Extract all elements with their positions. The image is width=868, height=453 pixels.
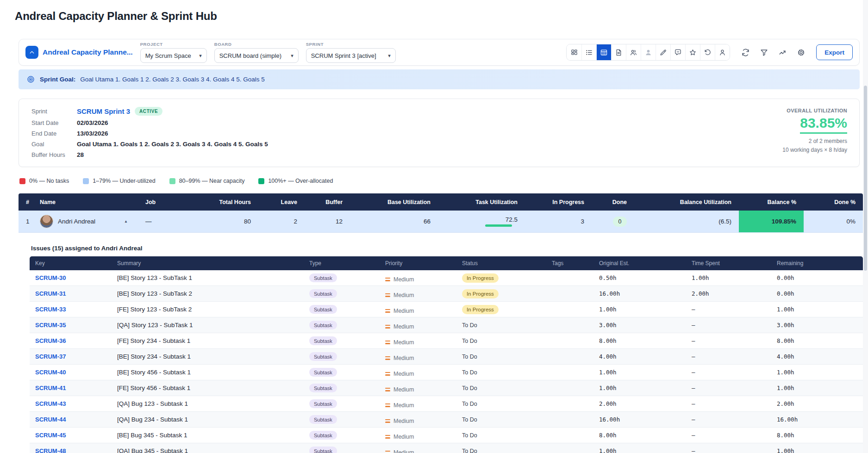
board-value: SCRUM board (simple) bbox=[219, 52, 281, 59]
trend-icon bbox=[778, 48, 787, 57]
members-col-buffer[interactable]: Buffer bbox=[305, 193, 350, 211]
issue-row[interactable]: SCRUM-44[QA] Bug 234 - Subtask 1SubtaskM… bbox=[30, 412, 863, 428]
app-brand[interactable]: Andreal Capacity Planne... bbox=[25, 46, 133, 59]
sprint-name-link[interactable]: SCRUM Sprint 3 bbox=[77, 107, 130, 115]
issue-key-link[interactable]: SCRUM-31 bbox=[35, 290, 66, 297]
legend-swatch bbox=[83, 178, 89, 184]
issues-col-original-est-: Original Est. bbox=[593, 256, 686, 270]
issue-row[interactable]: SCRUM-30[BE] Story 123 - SubTask 1Subtas… bbox=[30, 270, 863, 286]
trend-button[interactable] bbox=[774, 44, 790, 60]
refresh-button[interactable] bbox=[737, 44, 753, 60]
vertical-scrollbar[interactable] bbox=[863, 0, 868, 453]
issue-key-link[interactable]: SCRUM-48 bbox=[35, 447, 66, 453]
issue-priority: Medium bbox=[385, 418, 414, 424]
sprint-field-label: Sprint bbox=[31, 108, 77, 115]
issue-key-link[interactable]: SCRUM-33 bbox=[35, 306, 66, 313]
member-buffer: 12 bbox=[305, 211, 350, 233]
issue-type-badge: Subtask bbox=[309, 273, 337, 282]
filter-icon bbox=[760, 48, 768, 57]
issues-table-header: KeySummaryTypePriorityStatusTagsOriginal… bbox=[30, 256, 863, 270]
members-col-balance-[interactable]: Balance % bbox=[739, 193, 804, 211]
legend-label: 0% — No tasks bbox=[29, 178, 69, 184]
view-history-icon[interactable] bbox=[700, 44, 715, 60]
filter-button[interactable] bbox=[756, 44, 772, 60]
issue-row[interactable]: SCRUM-36[FE] Story 234 - Subtask 1Subtas… bbox=[30, 333, 863, 349]
members-col-leave[interactable]: Leave bbox=[258, 193, 305, 211]
issue-original-estimate: 2.00h bbox=[599, 400, 617, 407]
users-icon bbox=[630, 49, 637, 56]
issue-key-link[interactable]: SCRUM-41 bbox=[35, 385, 66, 391]
export-button[interactable]: Export bbox=[816, 44, 853, 60]
issue-type-badge: Subtask bbox=[309, 336, 337, 345]
list-view-icon bbox=[585, 49, 593, 56]
issue-key-link[interactable]: SCRUM-36 bbox=[35, 337, 66, 344]
issue-row[interactable]: SCRUM-45[BE] Bug 345 - Subtask 1SubtaskM… bbox=[30, 428, 863, 443]
issue-row[interactable]: SCRUM-40[BE] Story 456 - Subtask 1Subtas… bbox=[30, 365, 863, 380]
settings-button[interactable] bbox=[793, 44, 809, 60]
view-edit-icon[interactable] bbox=[656, 44, 670, 60]
project-select[interactable]: My Scrum Space ▾ bbox=[140, 48, 207, 63]
issue-remaining: 1.00h bbox=[777, 369, 794, 376]
view-comment-icon[interactable] bbox=[670, 44, 685, 60]
issue-key-link[interactable]: SCRUM-45 bbox=[35, 432, 66, 439]
table-view-icon bbox=[600, 49, 608, 56]
sprint-select[interactable]: SCRUM Sprint 3 [active] ▾ bbox=[306, 48, 396, 63]
issue-row[interactable]: SCRUM-41[FE] Story 456 - Subtask 1Subtas… bbox=[30, 380, 863, 396]
view-table-view-icon[interactable] bbox=[596, 44, 611, 60]
scrollbar-thumb[interactable] bbox=[864, 86, 867, 271]
legend-swatch bbox=[169, 178, 175, 184]
members-col-task-utilization[interactable]: Task Utilization bbox=[438, 193, 525, 211]
issue-tags bbox=[546, 443, 593, 453]
legend-swatch bbox=[258, 178, 264, 184]
issue-row[interactable]: SCRUM-43[QA] Bug 123 - Subtask 1SubtaskM… bbox=[30, 396, 863, 412]
issue-row[interactable]: SCRUM-31[BE] Story 123 - SubTask 2Subtas… bbox=[30, 286, 863, 302]
issue-row[interactable]: SCRUM-35[QA] Story 123 - SubTask 1Subtas… bbox=[30, 317, 863, 333]
view-user-disabled-icon[interactable] bbox=[641, 44, 656, 60]
issue-key-link[interactable]: SCRUM-30 bbox=[35, 274, 66, 281]
issue-key-link[interactable]: SCRUM-35 bbox=[35, 322, 66, 329]
members-col-name[interactable]: Name bbox=[32, 193, 138, 211]
view-list-view-icon[interactable] bbox=[581, 44, 596, 60]
issue-tags bbox=[546, 396, 593, 412]
view-star-icon[interactable] bbox=[685, 44, 700, 60]
sprint-value: SCRUM Sprint 3 [active] bbox=[311, 52, 376, 59]
members-col-done-[interactable]: Done % bbox=[804, 193, 863, 211]
issue-summary: [QA] Story 123 - SubTask 1 bbox=[117, 322, 193, 329]
issue-priority: Medium bbox=[385, 402, 414, 409]
issue-remaining: 4.00h bbox=[777, 353, 794, 360]
board-select[interactable]: SCRUM board (simple) ▾ bbox=[214, 48, 299, 63]
view-users-icon[interactable] bbox=[626, 44, 641, 60]
priority-label: Medium bbox=[393, 292, 414, 298]
members-col-in-progress[interactable]: In Progress bbox=[525, 193, 592, 211]
issue-key-link[interactable]: SCRUM-44 bbox=[35, 416, 66, 423]
issue-type-badge: Subtask bbox=[309, 368, 337, 377]
view-switcher bbox=[566, 44, 730, 61]
issue-row[interactable]: SCRUM-33[FE] Story 123 - SubTask 2Subtas… bbox=[30, 302, 863, 317]
members-col-total-hours[interactable]: Total Hours bbox=[184, 193, 258, 211]
view-dashboard-grid-icon[interactable] bbox=[567, 44, 581, 60]
members-col-base-utilization[interactable]: Base Utilization bbox=[350, 193, 438, 211]
member-done-pct: 0% bbox=[804, 211, 863, 233]
priority-label: Medium bbox=[393, 386, 414, 393]
members-col--[interactable]: # bbox=[19, 193, 32, 211]
members-col-balance-utilization[interactable]: Balance Utilization bbox=[634, 193, 739, 211]
collapse-arrow-icon[interactable] bbox=[124, 219, 131, 223]
issue-priority: Medium bbox=[385, 434, 414, 440]
issue-row[interactable]: SCRUM-37[BE] Story 234 - Subtask 1Subtas… bbox=[30, 349, 863, 365]
issues-col-tags: Tags bbox=[546, 256, 593, 270]
issue-summary: [QA] Bug 123 - Subtask 1 bbox=[117, 400, 188, 407]
issue-key-link[interactable]: SCRUM-40 bbox=[35, 369, 66, 376]
members-col-done[interactable]: Done bbox=[592, 193, 634, 211]
issue-priority: Medium bbox=[385, 339, 414, 346]
issue-time-spent: 1.00h bbox=[692, 274, 709, 281]
issue-row[interactable]: SCRUM-48[QA] Bug 345 - Subtask 1SubtaskM… bbox=[30, 443, 863, 453]
member-row[interactable]: 1 Andri Andreal — 80 2 12 66 72.5 bbox=[19, 211, 863, 233]
view-person-icon[interactable] bbox=[715, 44, 730, 60]
issue-summary: [QA] Bug 345 - Subtask 1 bbox=[117, 447, 188, 453]
view-document-icon[interactable] bbox=[611, 44, 626, 60]
priority-medium-icon bbox=[385, 388, 390, 391]
issue-key-link[interactable]: SCRUM-37 bbox=[35, 353, 66, 360]
issue-key-link[interactable]: SCRUM-43 bbox=[35, 400, 66, 407]
app-name-link[interactable]: Andreal Capacity Planne... bbox=[43, 48, 133, 56]
members-col-job[interactable]: Job bbox=[138, 193, 184, 211]
